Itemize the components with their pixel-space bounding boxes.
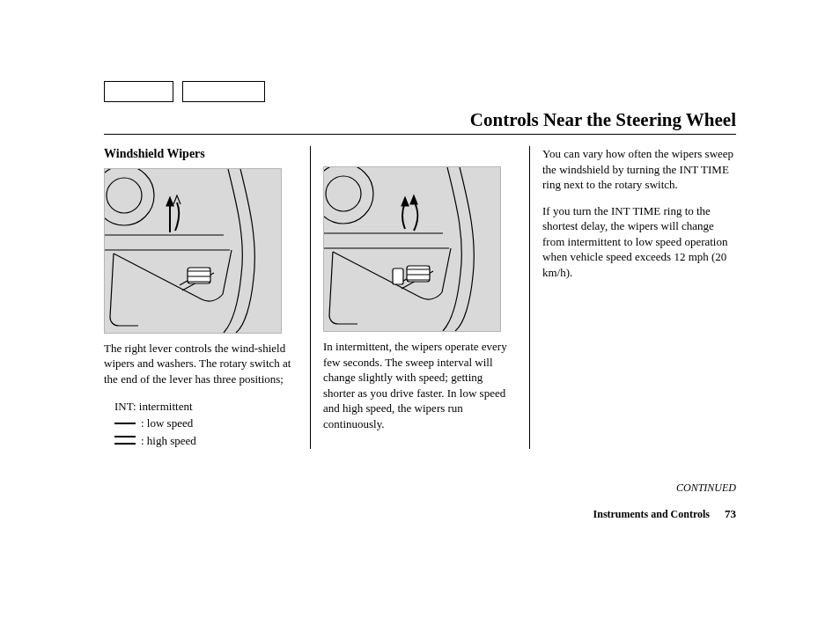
continued-label: CONTINUED (676, 482, 736, 495)
legend-int: INT: intermittent (114, 398, 298, 415)
wiper-lever-illustration-1 (104, 168, 282, 334)
illustration-svg-2 (324, 167, 500, 331)
double-line-icon (114, 436, 136, 445)
svg-point-0 (105, 169, 154, 225)
header-box-right (182, 81, 265, 102)
title-rule (104, 134, 736, 135)
col3-paragraph-1: You can vary how often the wipers sweep … (542, 146, 736, 193)
page-footer: Instruments and Controls 73 (593, 507, 736, 521)
svg-point-1 (107, 178, 142, 213)
legend-low: : low speed (114, 415, 298, 432)
page-number: 73 (725, 507, 736, 520)
svg-point-4 (326, 176, 361, 211)
wiper-lever-illustration-2 (323, 166, 501, 332)
legend-high: : high speed (114, 432, 298, 450)
single-line-icon (114, 423, 136, 424)
col2-spacer (323, 146, 517, 166)
column-3: You can vary how often the wipers sweep … (529, 146, 736, 449)
header-boxes (104, 81, 265, 102)
col3-paragraph-2: If you turn the INT TIME ring to the sho… (542, 203, 736, 281)
section-subhead: Windshield Wipers (104, 146, 298, 163)
column-2: In intermittent, the wipers operate ever… (310, 146, 529, 449)
svg-rect-2 (188, 268, 210, 283)
page-title: Controls Near the Steering Wheel (470, 109, 736, 131)
illustration-svg-1 (105, 169, 281, 333)
svg-rect-5 (407, 266, 430, 282)
legend-high-text: : high speed (141, 432, 196, 450)
svg-point-3 (324, 167, 373, 224)
footer-section: Instruments and Controls (593, 508, 710, 520)
legend-low-text: : low speed (141, 415, 193, 432)
col1-paragraph-1: The right lever controls the wind-shield… (104, 341, 298, 387)
svg-rect-6 (393, 268, 403, 284)
legend-int-text: INT: intermittent (114, 398, 193, 415)
header-box-left (104, 81, 173, 102)
switch-positions-legend: INT: intermittent : low speed : high spe… (114, 398, 298, 450)
column-1: Windshield Wipers (104, 146, 310, 449)
content-columns: Windshield Wipers (104, 146, 736, 449)
col2-paragraph-1: In intermittent, the wipers operate ever… (323, 339, 517, 431)
